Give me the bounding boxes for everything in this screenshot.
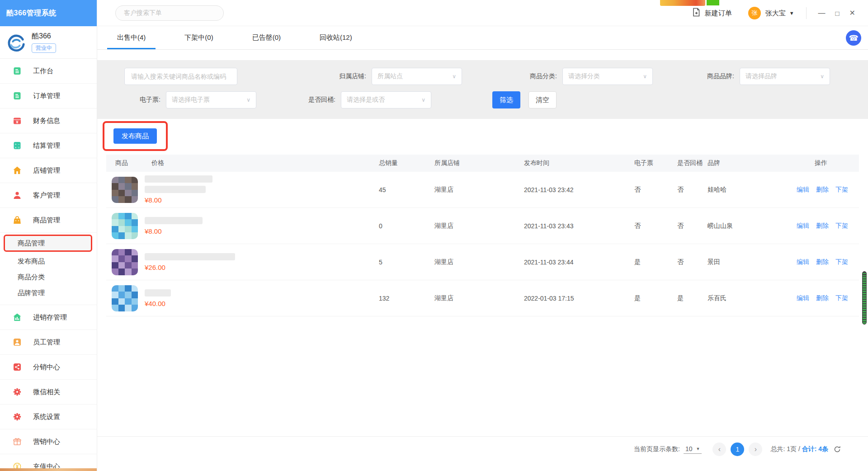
sidebar-item[interactable]: 商品管理 bbox=[0, 208, 97, 233]
brand: 娃哈哈 bbox=[708, 186, 787, 194]
product-name-redacted bbox=[145, 175, 212, 183]
sidebar-item[interactable]: 工作台 bbox=[0, 59, 97, 84]
tab-1[interactable]: 下架中(0) bbox=[175, 26, 223, 49]
eticket-select[interactable]: 请选择电子票 ∨ bbox=[166, 91, 256, 108]
maximize-button[interactable]: □ bbox=[835, 10, 840, 17]
support-phone-icon[interactable]: ☎ bbox=[846, 30, 861, 46]
top-header: 客户搜索下单 新建订单 张 张大宝 bbox=[97, 0, 868, 26]
edit-link[interactable]: 编辑 bbox=[797, 186, 809, 194]
total-sales: 45 bbox=[379, 186, 434, 193]
sidebar-item[interactable]: 系统设置 bbox=[0, 405, 97, 429]
svg-text:+: + bbox=[15, 143, 17, 146]
status-badge: 营业中 bbox=[32, 43, 56, 53]
unpublish-link[interactable]: 下架 bbox=[835, 186, 848, 194]
clear-button[interactable]: 清空 bbox=[528, 91, 557, 108]
tab-3[interactable]: 回收站(12) bbox=[310, 26, 362, 49]
sidebar-item[interactable]: 营销中心 bbox=[0, 429, 97, 454]
tab-2[interactable]: 已告罄(0) bbox=[242, 26, 291, 49]
store-select[interactable]: 所属站点 ∨ bbox=[372, 68, 462, 85]
svg-text:×: × bbox=[15, 146, 17, 149]
product-image-pixelated bbox=[112, 285, 138, 311]
new-order-button[interactable]: 新建订单 bbox=[691, 7, 732, 19]
brand: 景田 bbox=[708, 258, 787, 266]
prev-page-button[interactable]: ‹ bbox=[712, 443, 726, 456]
chevron-down-icon: ∨ bbox=[820, 73, 824, 80]
doc-icon bbox=[13, 91, 22, 100]
sidebar-item[interactable]: +−×=结算管理 bbox=[0, 133, 97, 158]
brand-select[interactable]: 请选择品牌 ∨ bbox=[740, 68, 830, 85]
delete-link[interactable]: 删除 bbox=[816, 258, 829, 266]
topbar-right: 新建订单 张 张大宝 ▼ — □ ✕ bbox=[691, 0, 855, 26]
sidebar-item[interactable]: ¥财务信息 bbox=[0, 108, 97, 133]
category-select[interactable]: 请选择分类 ∨ bbox=[562, 68, 653, 85]
product-price: ¥8.00 bbox=[145, 196, 379, 204]
table-row: ¥8.0045湖里店2021-11-03 23:42否否娃哈哈编辑删除下架 bbox=[106, 172, 859, 208]
sidebar-submenu: 商品管理发布商品商品分类品牌管理 bbox=[0, 233, 97, 305]
sidebar-item[interactable]: 店铺管理 bbox=[0, 158, 97, 183]
brand-name: 酷366 bbox=[32, 32, 56, 41]
unpublish-link[interactable]: 下架 bbox=[835, 222, 848, 230]
recycle-select[interactable]: 请选择是或否 ∨ bbox=[341, 91, 431, 108]
brand: 乐百氏 bbox=[708, 294, 787, 302]
store: 湖里店 bbox=[434, 294, 524, 302]
share-icon bbox=[13, 363, 22, 372]
table-header-row: 商品价格总销量所属店铺发布时间电子票是否回桶品牌操作 bbox=[106, 155, 859, 172]
publish-product-button[interactable]: 发布商品 bbox=[113, 128, 157, 144]
minimize-button[interactable]: — bbox=[818, 9, 826, 17]
product-price: ¥40.00 bbox=[145, 300, 379, 307]
new-order-label: 新建订单 bbox=[705, 9, 732, 18]
delete-link[interactable]: 删除 bbox=[816, 222, 829, 230]
sidebar-subitem[interactable]: 发布商品 bbox=[0, 254, 97, 269]
sidebar-item[interactable]: 员工管理 bbox=[0, 330, 97, 355]
username: 张大宝 bbox=[765, 9, 786, 18]
filter-button[interactable]: 筛选 bbox=[492, 91, 520, 108]
staff-icon bbox=[13, 338, 22, 347]
product-name-redacted bbox=[145, 186, 206, 193]
tab-0[interactable]: 出售中(4) bbox=[107, 26, 156, 49]
publish-time: 2021-11-03 23:43 bbox=[524, 222, 630, 230]
unpublish-link[interactable]: 下架 bbox=[835, 294, 848, 302]
sidebar-item-label: 微信相关 bbox=[33, 388, 60, 396]
page-size-label: 当前页显示条数: bbox=[634, 445, 680, 453]
close-button[interactable]: ✕ bbox=[849, 9, 855, 17]
sidebar-item-label: 财务信息 bbox=[33, 117, 60, 125]
sidebar-menu: 工作台订单管理¥财务信息+−×=结算管理店铺管理客户管理商品管理商品管理发布商品… bbox=[0, 59, 97, 471]
sidebar-item[interactable]: 微信相关 bbox=[0, 380, 97, 405]
sidebar-item-label: 商品管理 bbox=[33, 216, 60, 225]
scrollbar-thumb[interactable] bbox=[862, 271, 867, 325]
sidebar-item-label: 结算管理 bbox=[33, 141, 60, 150]
product-image-pixelated bbox=[112, 213, 138, 239]
tab-bar: 出售中(4)下架中(0)已告罄(0)回收站(12) ☎ bbox=[97, 26, 868, 50]
sidebar-subitem[interactable]: 商品管理 bbox=[4, 235, 92, 252]
page-size-select[interactable]: 10 ▼ bbox=[684, 445, 702, 454]
eticket-flag: 是 bbox=[630, 258, 666, 266]
edit-link[interactable]: 编辑 bbox=[797, 258, 809, 266]
delete-link[interactable]: 删除 bbox=[816, 186, 829, 194]
keyword-search-input[interactable] bbox=[124, 68, 237, 85]
sidebar-subitem[interactable]: 品牌管理 bbox=[0, 285, 97, 301]
user-menu[interactable]: 张 张大宝 ▼ bbox=[748, 7, 794, 19]
recycle-flag: 否 bbox=[666, 222, 708, 230]
sidebar-item[interactable]: 进销存管理 bbox=[0, 305, 97, 330]
sidebar-subitem[interactable]: 商品分类 bbox=[0, 269, 97, 285]
refresh-icon[interactable] bbox=[834, 446, 841, 453]
total-count: 合计: 4条 bbox=[802, 445, 828, 452]
sidebar-item[interactable]: 订单管理 bbox=[0, 84, 97, 108]
delete-link[interactable]: 删除 bbox=[816, 294, 829, 302]
filter-label-brand: 商品品牌: bbox=[698, 72, 734, 80]
customer-search-input[interactable]: 客户搜索下单 bbox=[115, 5, 224, 21]
doc-plus-icon bbox=[691, 7, 701, 19]
unpublish-link[interactable]: 下架 bbox=[835, 258, 848, 266]
current-page-button[interactable]: 1 bbox=[731, 443, 744, 456]
next-page-button[interactable]: › bbox=[749, 443, 762, 456]
cashbox-icon: ¥ bbox=[13, 116, 22, 125]
sidebar-item[interactable]: 分销中心 bbox=[0, 355, 97, 380]
edit-link[interactable]: 编辑 bbox=[797, 294, 809, 302]
filter-label-store: 归属店铺: bbox=[330, 72, 366, 80]
edit-link[interactable]: 编辑 bbox=[797, 222, 809, 230]
sidebar-item-label: 进销存管理 bbox=[33, 313, 67, 322]
column-header: 总销量 bbox=[379, 159, 434, 167]
sidebar-item[interactable]: 客户管理 bbox=[0, 183, 97, 208]
column-header: 发布时间 bbox=[524, 159, 630, 167]
gear-icon bbox=[13, 387, 22, 396]
